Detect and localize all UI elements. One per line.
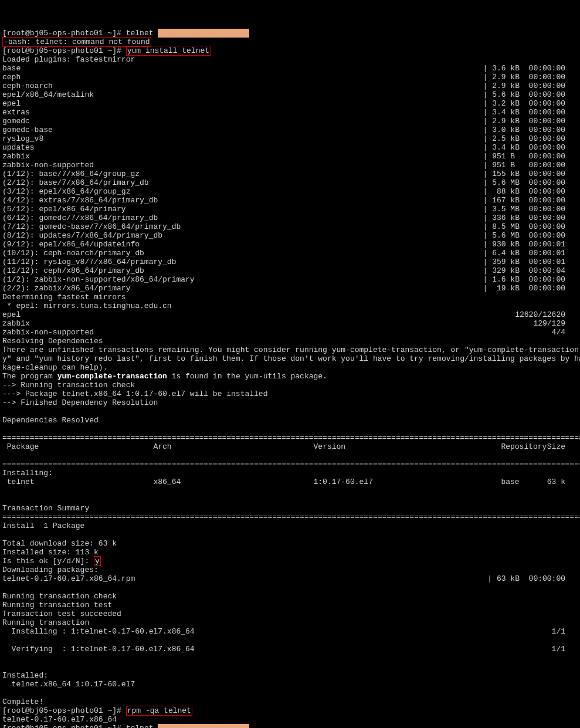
- repo-row: (6/12): gomedc/7/x86_64/primary_db| 336 …: [2, 214, 565, 222]
- rpm-qa-box: rpm -qa telnet: [126, 706, 192, 716]
- table-row: telnet x86_64 1:0.17-60.el7 base63 k: [2, 478, 565, 486]
- repo-row: (11/12): ryslog_v8/7/x86_64/primary_db| …: [2, 258, 565, 266]
- dl-pkgs: Downloading packages:: [2, 566, 99, 574]
- count-row: zabbix-non-supported4/4: [2, 328, 565, 337]
- repo-row: (5/12): epel/x86_64/primary| 3.5 MB 00:0…: [2, 205, 565, 214]
- verifying-row: Verifying : 1:telnet-0.17-60.el7.x86_641…: [2, 645, 565, 653]
- repo-row: (2/12): base/7/x86_64/primary_db| 5.6 MB…: [2, 178, 565, 187]
- repo-row: gomedc| 2.9 kB 00:00:00: [2, 117, 565, 126]
- repo-row: (7/12): gomedc-base/7/x86_64/primary_db|…: [2, 222, 565, 231]
- finished-dep: --> Finished Dependency Resolution: [2, 398, 158, 407]
- install-count: Install 1 Package: [2, 522, 84, 530]
- unfinished-tx: There are unfinished transactions remain…: [2, 346, 580, 372]
- count-row: epel12620/12620: [2, 310, 565, 319]
- prompt: [root@bj05-ops-photo01 ~]#: [2, 46, 126, 55]
- terminal[interactable]: [root@bj05-ops-photo01 ~]# telnet xxxxxx…: [2, 29, 578, 728]
- installing-hdr: Installing:: [2, 469, 53, 478]
- is-ok-prompt: Is this ok [y/d/N]:: [2, 557, 94, 566]
- installed-pkg: telnet.x86_64 1:0.17-60.el7: [2, 680, 135, 689]
- redacted-host: xxxxxxxxxxxxxxxxxxxx: [158, 29, 249, 38]
- running-check: --> Running transaction check: [2, 381, 135, 390]
- y-answer-box: y: [94, 556, 101, 566]
- repo-row: zabbix-non-supported| 951 B 00:00:00: [2, 161, 565, 170]
- repo-row: (3/12): epel/x86_64/group_gz| 88 kB 00:0…: [2, 187, 565, 196]
- loaded-plugins: Loaded plugins: fastestmirror: [2, 55, 135, 64]
- separator: ========================================…: [2, 434, 580, 442]
- installing-row: Installing : 1:telnet-0.17-60.el7.x86_64…: [2, 627, 565, 636]
- run-check: Running transaction check: [2, 592, 117, 601]
- test-succ: Transaction test succeeded: [2, 610, 121, 618]
- prompt: [root@bj05-ops-photo01 ~]#: [2, 29, 126, 38]
- prompt: [root@bj05-ops-photo01 ~]#: [2, 706, 126, 715]
- run-test: Running transaction test: [2, 601, 112, 610]
- repo-row: (1/2): zabbix-non-supported/x86_64/prima…: [2, 275, 565, 284]
- repo-row: (1/12): base/7/x86_64/group_gz| 155 kB 0…: [2, 170, 565, 178]
- separator: ========================================…: [2, 513, 580, 522]
- table-header: Package Arch Version RepositorySize: [2, 442, 565, 451]
- prompt: [root@bj05-ops-photo01 ~]#: [2, 724, 126, 728]
- cmd-telnet-2: telnet: [126, 724, 154, 728]
- rpm-row: telnet-0.17-60.el7.x86_64.rpm| 63 kB 00:…: [2, 574, 565, 583]
- installed-hdr: Installed:: [2, 671, 48, 680]
- yum-install-box: yum install telnet: [126, 46, 211, 56]
- repo-row: (2/2): zabbix/x86_64/primary| 19 kB 00:0…: [2, 284, 565, 293]
- repo-row: ceph-noarch| 2.9 kB 00:00:00: [2, 82, 565, 90]
- rpm-out: telnet-0.17-60.el7.x86_64: [2, 715, 117, 724]
- repo-row: ceph| 2.9 kB 00:00:00: [2, 73, 565, 82]
- cmd-telnet-1: telnet: [126, 29, 154, 38]
- installed-size: Installed size: 113 k: [2, 548, 99, 557]
- determining: Determining fastest mirrors: [2, 293, 126, 302]
- repo-row: updates| 3.4 kB 00:00:00: [2, 143, 565, 152]
- separator: ========================================…: [2, 460, 580, 469]
- tx-summary: Transaction Summary: [2, 504, 89, 513]
- repo-row: (8/12): updates/7/x86_64/primary_db| 5.6…: [2, 231, 565, 240]
- pkg-line: ---> Package telnet.x86_64 1:0.17-60.el7…: [2, 390, 267, 398]
- mirror: * epel: mirrors.tuna.tsinghua.edu.cn: [2, 302, 172, 310]
- redacted-host: xxxxxxxxxxxxxxxxxxxx: [158, 724, 249, 728]
- run-tx: Running transaction: [2, 618, 89, 627]
- repo-row: epel| 3.2 kB 00:00:00: [2, 99, 565, 108]
- repo-row: (4/12): extras/7/x86_64/primary_db| 167 …: [2, 196, 565, 205]
- total-dl: Total download size: 63 k: [2, 539, 117, 548]
- dep-resolved: Dependencies Resolved: [2, 416, 99, 425]
- resolving: Resolving Dependencies: [2, 337, 103, 346]
- repo-row: (9/12): epel/x86_64/updateinfo| 930 kB 0…: [2, 240, 565, 249]
- complete: Complete!: [2, 697, 43, 706]
- repo-row: zabbix| 951 B 00:00:00: [2, 152, 565, 161]
- count-row: zabbix129/129: [2, 319, 565, 328]
- program-line: The program yum-complete-transaction is …: [2, 372, 327, 381]
- repo-row: gomedc-base| 3.0 kB 00:00:00: [2, 126, 565, 134]
- repo-row: base| 3.6 kB 00:00:00: [2, 64, 565, 73]
- repo-row: (10/12): ceph-noarch/primary_db| 6.4 kB …: [2, 249, 565, 258]
- repo-row: epel/x86_64/metalink| 5.6 kB 00:00:00: [2, 90, 565, 99]
- repo-row: ryslog_v8| 2.5 kB 00:00:00: [2, 134, 565, 143]
- repo-row: extras| 3.4 kB 00:00:00: [2, 108, 565, 117]
- repo-row: (12/12): ceph/x86_64/primary_db| 329 kB …: [2, 266, 565, 275]
